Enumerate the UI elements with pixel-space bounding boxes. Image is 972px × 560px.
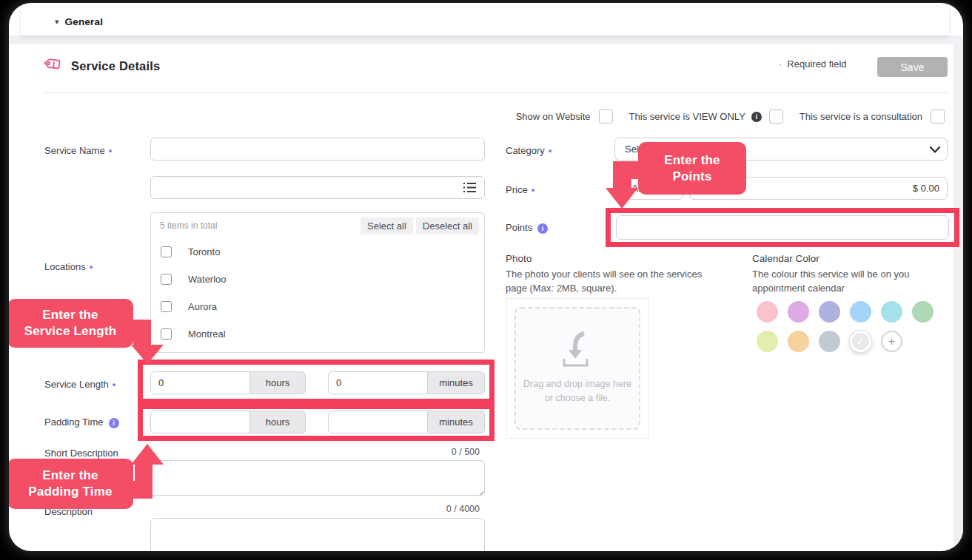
color-swatch[interactable] bbox=[757, 301, 778, 323]
header-divider bbox=[43, 92, 948, 93]
section-divider-band bbox=[9, 36, 963, 44]
service-tag-icon bbox=[44, 55, 63, 74]
selected-color-swatch[interactable]: ✓ bbox=[850, 331, 871, 352]
location-checkbox[interactable] bbox=[161, 246, 172, 257]
location-checkbox[interactable] bbox=[161, 301, 172, 312]
required-dot-icon: • bbox=[532, 184, 535, 195]
calendar-color-label: Calendar Color bbox=[752, 253, 820, 264]
check-icon: ✓ bbox=[857, 336, 865, 347]
location-item: Montreal bbox=[161, 328, 226, 340]
service-length-minutes-input[interactable] bbox=[328, 371, 428, 394]
consultation-group: This service is a consultation bbox=[800, 109, 945, 124]
required-dot-icon: • bbox=[549, 145, 552, 156]
view-only-group: This service is VIEW ONLY i bbox=[629, 109, 783, 124]
color-swatch[interactable] bbox=[912, 301, 934, 323]
minutes-addon: minutes bbox=[428, 371, 485, 394]
short-description-label: Short Description bbox=[44, 448, 118, 459]
list-icon[interactable] bbox=[463, 182, 477, 193]
plus-icon: + bbox=[888, 335, 895, 348]
view-only-label: This service is VIEW ONLY bbox=[629, 111, 745, 122]
chevron-down-icon bbox=[930, 146, 940, 153]
calendar-color-description: The colour this service will be on you a… bbox=[752, 267, 959, 295]
points-label: Pointsi bbox=[506, 222, 548, 234]
padding-time-minutes-input[interactable] bbox=[328, 411, 428, 434]
price-value: $ 0.00 bbox=[913, 183, 939, 194]
required-dot-icon: • bbox=[90, 261, 93, 272]
padding-time-label: Padding Timei bbox=[44, 416, 119, 428]
required-dot-icon: · bbox=[779, 58, 782, 70]
photo-dropzone[interactable]: Drag and drop image here or choose a fil… bbox=[506, 298, 649, 439]
consultation-checkbox[interactable] bbox=[931, 109, 945, 124]
points-input[interactable] bbox=[616, 215, 949, 240]
price-label: Price• bbox=[506, 184, 534, 195]
location-name: Montreal bbox=[188, 328, 226, 340]
color-swatch[interactable] bbox=[819, 331, 840, 352]
required-field-note: · Required field bbox=[779, 58, 847, 70]
required-dot-icon: • bbox=[109, 145, 113, 156]
page-title: Service Details bbox=[71, 59, 160, 73]
collapse-caret-icon[interactable]: ▾ bbox=[55, 17, 59, 27]
service-length-hours-input[interactable] bbox=[150, 371, 250, 394]
select-all-button[interactable]: Select all bbox=[361, 217, 413, 235]
hours-addon: hours bbox=[250, 371, 306, 394]
location-item: Toronto bbox=[161, 246, 220, 257]
show-on-website-checkbox[interactable] bbox=[599, 109, 613, 124]
color-swatch[interactable] bbox=[788, 331, 809, 352]
color-swatch[interactable] bbox=[757, 331, 778, 352]
locations-list: 5 items in total Select all Deselect all… bbox=[150, 212, 485, 353]
short-description-counter: 0 / 500 bbox=[370, 447, 480, 457]
service-length-label: Service Length• bbox=[44, 379, 115, 390]
location-name: Waterloo bbox=[188, 274, 227, 285]
locations-count: 5 items in total bbox=[160, 220, 217, 231]
location-name: Aurora bbox=[188, 301, 217, 312]
minutes-addon: minutes bbox=[428, 411, 485, 434]
location-item: Aurora bbox=[161, 301, 217, 312]
deselect-all-button[interactable]: Deselect all bbox=[416, 217, 479, 235]
location-checkbox[interactable] bbox=[161, 274, 172, 285]
info-icon[interactable]: i bbox=[751, 112, 762, 122]
add-color-button[interactable]: + bbox=[881, 331, 902, 352]
location-name: Toronto bbox=[188, 246, 220, 257]
show-on-website-label: Show on Website bbox=[516, 111, 591, 122]
info-icon[interactable]: i bbox=[109, 418, 119, 428]
required-note-label: Required field bbox=[787, 58, 846, 70]
app-window: ▾ General Service Details · Required fie… bbox=[9, 3, 963, 551]
annotation-enter-points: Enter thePoints bbox=[638, 142, 746, 195]
category-label: Category• bbox=[506, 145, 552, 156]
visibility-options-row: Show on Website This service is VIEW ONL… bbox=[518, 108, 945, 125]
color-swatch[interactable] bbox=[788, 301, 809, 323]
description-textarea[interactable] bbox=[150, 518, 485, 551]
dropzone-text: Drag and drop image here or choose a fil… bbox=[523, 377, 631, 405]
color-swatch[interactable] bbox=[819, 301, 840, 323]
photo-description: The photo your clients will see on the s… bbox=[506, 267, 713, 295]
section-header-general[interactable]: ▾ General bbox=[21, 7, 949, 36]
annotation-enter-service-length: Enter theService Length bbox=[9, 299, 133, 348]
color-swatch[interactable] bbox=[881, 301, 902, 323]
consultation-label: This service is a consultation bbox=[800, 111, 922, 122]
required-dot-icon: • bbox=[113, 379, 116, 390]
locations-label: Locations• bbox=[44, 261, 93, 272]
color-swatch[interactable] bbox=[850, 301, 871, 323]
hours-addon: hours bbox=[250, 411, 306, 434]
padding-time-hours-input[interactable] bbox=[150, 411, 250, 434]
info-icon[interactable]: i bbox=[537, 223, 548, 234]
service-name-label: Service Name• bbox=[44, 145, 112, 156]
annotation-enter-padding-time: Enter thePadding Time bbox=[9, 459, 133, 509]
show-on-website-group: Show on Website bbox=[516, 109, 613, 124]
section-title: General bbox=[65, 16, 104, 27]
short-description-textarea[interactable] bbox=[150, 460, 485, 496]
photo-label: Photo bbox=[506, 253, 532, 264]
description-counter: 0 / 4000 bbox=[370, 504, 480, 514]
service-name-input[interactable] bbox=[150, 138, 485, 161]
view-only-checkbox[interactable] bbox=[769, 109, 783, 124]
calendar-color-swatches: ✓ + bbox=[757, 301, 949, 352]
save-button[interactable]: Save bbox=[877, 57, 948, 77]
location-item: Waterloo bbox=[161, 274, 227, 285]
scrollbar-track[interactable] bbox=[953, 44, 963, 551]
tag-search-input[interactable] bbox=[150, 176, 485, 199]
upload-icon bbox=[556, 331, 599, 368]
